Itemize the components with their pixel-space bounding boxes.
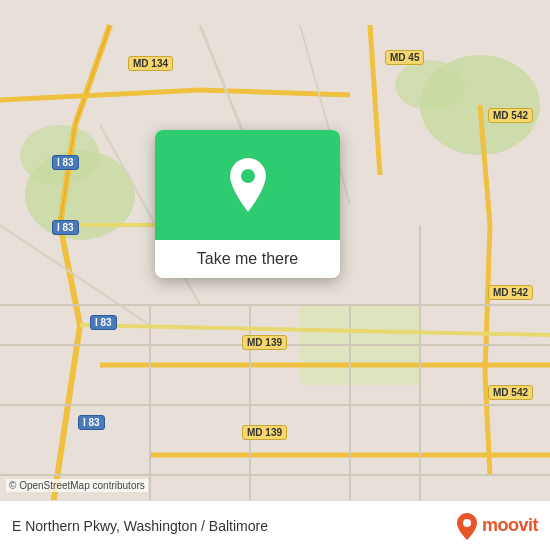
label-i83-3: I 83 bbox=[90, 315, 117, 330]
label-i83-1: I 83 bbox=[52, 155, 79, 170]
label-md542-1: MD 542 bbox=[488, 108, 533, 123]
moovit-brand-name: moovit bbox=[482, 515, 538, 536]
take-me-there-button[interactable]: Take me there bbox=[155, 240, 340, 278]
moovit-pin-icon bbox=[456, 512, 478, 540]
map-container: I 83 I 83 I 83 I 83 MD 134 MD 45 MD 542 … bbox=[0, 0, 550, 550]
label-md139-2: MD 139 bbox=[242, 425, 287, 440]
label-i83-2: I 83 bbox=[52, 220, 79, 235]
bottom-bar: E Northern Pkwy, Washington / Baltimore … bbox=[0, 500, 550, 550]
location-label: E Northern Pkwy, Washington / Baltimore bbox=[12, 518, 268, 534]
label-md542-2: MD 542 bbox=[488, 285, 533, 300]
svg-point-35 bbox=[241, 169, 255, 183]
location-pin-icon bbox=[224, 156, 272, 214]
label-md45: MD 45 bbox=[385, 50, 424, 65]
popup-card[interactable]: Take me there bbox=[155, 130, 340, 278]
label-i83-4: I 83 bbox=[78, 415, 105, 430]
svg-point-36 bbox=[463, 519, 471, 527]
popup-green-area bbox=[155, 130, 340, 240]
label-md542-3: MD 542 bbox=[488, 385, 533, 400]
label-md134: MD 134 bbox=[128, 56, 173, 71]
label-md139-1: MD 139 bbox=[242, 335, 287, 350]
moovit-logo: moovit bbox=[456, 512, 538, 540]
svg-point-4 bbox=[395, 60, 465, 110]
osm-attribution: © OpenStreetMap contributors bbox=[6, 479, 148, 492]
